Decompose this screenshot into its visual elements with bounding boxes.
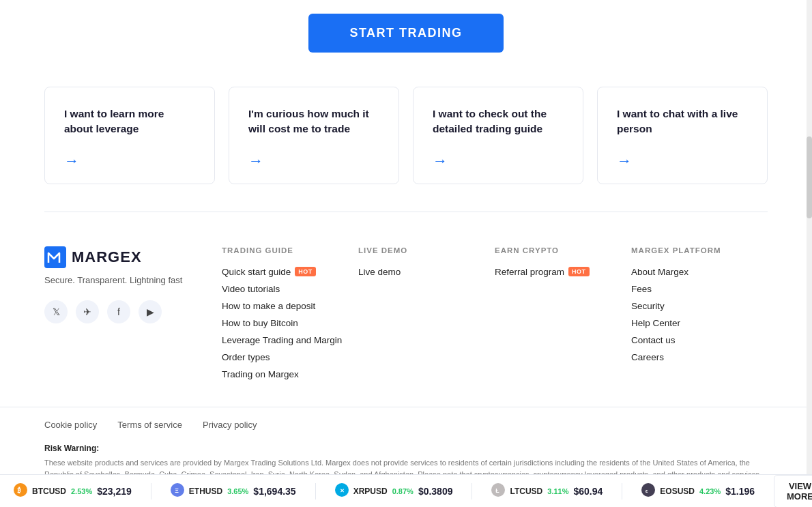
card-arrow-icon-0: → [64,152,195,170]
top-cta-section: START TRADING [0,0,812,80]
footer-link-0-6[interactable]: Trading on Margex [222,369,358,379]
card-text-0: I want to learn more about leverage [64,106,195,137]
ticker-bar: ₿ BTCUSD 2.53% $23,219 Ξ ETHUSD 3.65% $1… [0,474,812,507]
card-arrow-icon-3: → [617,152,748,170]
footer-link-0-3[interactable]: How to buy Bitcoin [222,318,358,328]
svg-text:Ł: Ł [496,487,500,493]
footer-brand: MARGEX Secure. Transparent. Lightning fa… [44,246,222,386]
footer: MARGEX Secure. Transparent. Lightning fa… [0,212,812,407]
btc-price: $23,219 [97,486,132,497]
footer-link-label-3-0: About Margex [631,267,688,277]
footer-link-label-0-0: Quick start guide [222,267,291,277]
card-cost[interactable]: I'm curious how much it will cost me to … [229,87,399,184]
logo-text: MARGEX [72,248,142,266]
eth-change: 3.65% [227,487,248,495]
risk-title: Risk Warning: [44,444,768,453]
ticker-item-ltc: Ł LTCUSD 3.11% $60.94 [491,483,622,499]
footer-link-1-0[interactable]: Live demo [358,267,495,277]
footer-link-label-3-2: Security [631,301,665,311]
svg-text:✕: ✕ [340,487,345,493]
ticker-items: ₿ BTCUSD 2.53% $23,219 Ξ ETHUSD 3.65% $1… [14,483,774,499]
hot-badge: HOT [568,267,590,276]
social-youtube-icon[interactable]: ▶ [139,300,162,323]
footer-link-label-3-4: Contact us [631,335,676,345]
bottom-links: Cookie policyTerms of servicePrivacy pol… [0,407,812,437]
social-facebook-icon[interactable]: f [107,300,130,323]
eos-price: $1.196 [725,486,755,497]
footer-col-title-3: MARGEX PLATFORM [631,246,768,255]
card-guide[interactable]: I want to check out the detailed trading… [413,87,583,184]
card-text-2: I want to check out the detailed trading… [433,106,564,137]
ltc-price: $60.94 [573,486,603,497]
xrp-price: $0.3809 [418,486,453,497]
footer-tagline: Secure. Transparent. Lightning fast [44,275,208,285]
svg-text:ε: ε [646,487,648,493]
footer-link-2-0[interactable]: Referral programHOT [495,267,631,277]
start-trading-top-button[interactable]: START TRADING [308,14,503,53]
footer-link-label-0-3: How to buy Bitcoin [222,318,298,328]
card-leverage[interactable]: I want to learn more about leverage → [44,87,215,184]
social-twitter-icon[interactable]: 𝕏 [44,300,68,323]
eos-name: EOSUSD [660,487,695,496]
card-text-1: I'm curious how much it will cost me to … [248,106,379,137]
footer-link-3-4[interactable]: Contact us [631,335,768,345]
card-arrow-icon-2: → [433,152,564,170]
social-telegram-icon[interactable]: ✈ [76,300,99,323]
footer-link-0-2[interactable]: How to make a deposit [222,301,358,311]
footer-col-title-2: EARN CRYPTO [495,246,631,255]
footer-link-0-0[interactable]: Quick start guideHOT [222,267,358,277]
footer-link-label-0-1: Video tutorials [222,284,280,294]
eth-price: $1,694.35 [253,486,295,497]
eos-icon: ε [641,483,655,499]
scrollbar[interactable] [807,0,812,507]
footer-link-label-0-6: Trading on Margex [222,369,299,379]
bottom-link-2[interactable]: Privacy policy [203,420,257,430]
footer-link-3-1[interactable]: Fees [631,284,768,294]
footer-col-0: TRADING GUIDEQuick start guideHOTVideo t… [222,246,358,386]
eos-change: 4.23% [699,487,721,495]
view-more-button[interactable]: VIEW MORE ▲ [774,475,812,508]
footer-link-0-5[interactable]: Order types [222,352,358,362]
footer-link-3-5[interactable]: Careers [631,352,768,362]
ticker-item-eos: ε EOSUSD 4.23% $1.196 [641,483,774,499]
btc-name: BTCUSD [32,487,66,496]
eth-name: ETHUSD [189,487,222,496]
footer-link-label-0-4: Leverage Trading and Margin [222,335,342,345]
scroll-thumb[interactable] [807,136,812,218]
footer-col-3: MARGEX PLATFORMAbout MargexFeesSecurityH… [631,246,768,386]
bottom-link-0[interactable]: Cookie policy [44,420,97,430]
footer-logo: MARGEX [44,246,208,268]
footer-link-label-0-5: Order types [222,352,270,362]
eth-icon: Ξ [171,483,184,499]
xrp-change: 0.87% [392,487,414,495]
card-chat[interactable]: I want to chat with a live person → [597,87,768,184]
ltc-name: LTCUSD [510,487,542,496]
footer-col-1: LIVE DEMOLive demo [358,246,495,386]
footer-link-0-4[interactable]: Leverage Trading and Margin [222,335,358,345]
hot-badge: HOT [295,267,316,276]
footer-link-0-1[interactable]: Video tutorials [222,284,358,294]
xrp-icon: ✕ [335,483,349,499]
footer-link-label-3-3: Help Center [631,318,680,328]
svg-point-9 [641,483,655,497]
footer-link-3-3[interactable]: Help Center [631,318,768,328]
bottom-link-1[interactable]: Terms of service [117,420,182,430]
btc-icon: ₿ [14,483,27,499]
ticker-item-btc: ₿ BTCUSD 2.53% $23,219 [14,483,151,499]
svg-text:Ξ: Ξ [175,487,179,493]
footer-columns: TRADING GUIDEQuick start guideHOTVideo t… [222,246,768,386]
btc-change: 2.53% [71,487,92,495]
footer-link-3-0[interactable]: About Margex [631,267,768,277]
xrp-name: XRPUSD [353,487,388,496]
ltc-icon: Ł [491,483,505,499]
footer-link-3-2[interactable]: Security [631,301,768,311]
footer-col-title-1: LIVE DEMO [358,246,495,255]
margex-logo-icon [44,246,66,268]
ticker-item-eth: Ξ ETHUSD 3.65% $1,694.35 [171,483,315,499]
card-arrow-icon-1: → [248,152,379,170]
cards-section: I want to learn more about leverage → I'… [0,80,812,212]
footer-link-label-2-0: Referral program [495,267,564,277]
svg-text:₿: ₿ [17,486,21,493]
ticker-separator [315,483,316,499]
footer-col-2: EARN CRYPTOReferral programHOT [495,246,631,386]
